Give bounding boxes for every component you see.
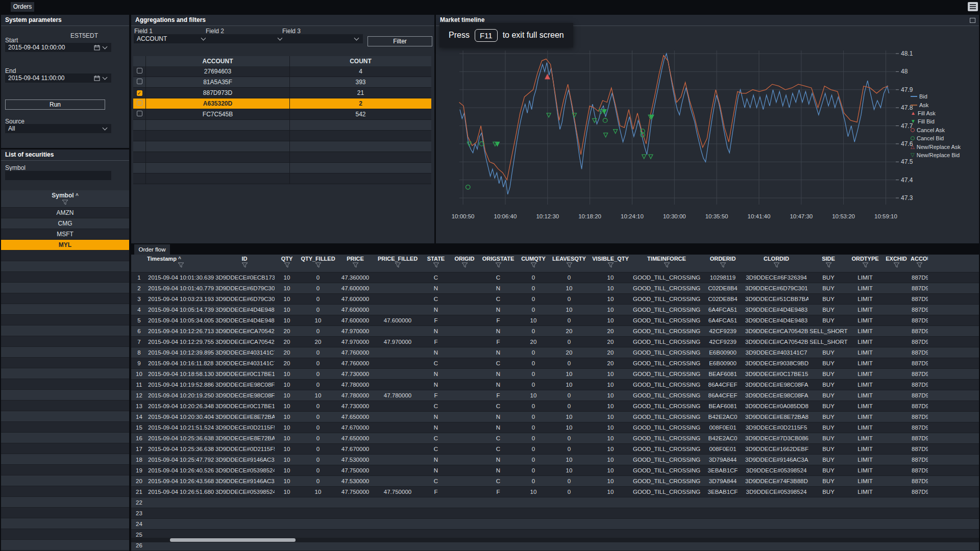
order-row[interactable]: 132015-09-04 10:20:26.3483D9DDECE#0C17BE… (131, 401, 979, 412)
filter-funnel-icon[interactable] (433, 262, 439, 268)
column-header[interactable]: TIMEINFORCE (632, 255, 701, 272)
order-row[interactable]: 42015-09-04 10:05:14.7393D9DDECE#4D4E948… (131, 305, 979, 315)
count-column-header[interactable]: COUNT (290, 56, 431, 66)
security-row[interactable]: AMZN (1, 208, 129, 218)
chevron-down-icon[interactable] (103, 44, 108, 49)
filter-funnel-icon[interactable] (461, 262, 468, 268)
row-checkbox[interactable] (137, 79, 142, 84)
legend-item[interactable]: Ask (911, 101, 961, 109)
order-row[interactable]: 62015-09-04 10:12:26.7133D9DDECE#CA70542… (131, 326, 979, 337)
aggregation-row[interactable]: A635320D2 (133, 98, 431, 109)
aggregation-row[interactable]: 276946034 (133, 66, 431, 77)
column-header[interactable]: Timestamp ^ (147, 255, 214, 272)
column-header[interactable]: CUMQTY (518, 255, 549, 272)
row-checkbox[interactable] (137, 111, 142, 116)
row-checkbox[interactable] (137, 100, 142, 106)
filter-funnel-icon[interactable] (862, 262, 869, 268)
security-row[interactable]: CMG (1, 218, 129, 229)
column-header[interactable]: ORDTYPE (848, 255, 882, 272)
legend-item[interactable]: Bid (911, 92, 961, 101)
legend-item[interactable]: ▽New/Replace Bid (911, 151, 961, 159)
field2-select[interactable] (206, 34, 286, 43)
column-header[interactable]: ACCOUNT (911, 255, 928, 272)
column-header[interactable]: QTY_FILLED (299, 255, 337, 272)
calendar-icon[interactable] (94, 75, 100, 81)
chevron-down-icon[interactable] (103, 75, 108, 80)
filter-button[interactable]: Filter (368, 36, 432, 46)
h-scrollbar-thumb[interactable] (170, 538, 296, 542)
order-row[interactable]: 22015-09-04 10:01:40.7793D9DDECE#6D79C30… (131, 283, 979, 294)
order-row[interactable]: 182015-09-04 10:25:47.7923D9DDECE#9146AC… (131, 455, 979, 465)
order-row[interactable]: 122015-09-04 10:20:19.2503D9DDECE#E98C08… (131, 390, 979, 401)
tab-orders[interactable]: Orders (11, 2, 34, 12)
column-header[interactable]: QTY (275, 255, 299, 272)
column-header[interactable]: ORIGSTATE (479, 255, 518, 272)
column-header[interactable]: LEAVESQTY (549, 255, 589, 272)
filter-funnel-icon[interactable] (315, 262, 322, 268)
filter-funnel-icon[interactable] (62, 199, 68, 205)
aggregation-row[interactable]: FC7C545B542 (133, 109, 431, 120)
column-header[interactable]: PRICE (337, 255, 374, 272)
aggregation-row[interactable]: 81A5A35F393 (133, 77, 431, 88)
account-column-header[interactable]: ACCOUNT (146, 56, 290, 66)
column-header[interactable]: STATE (422, 255, 450, 272)
calendar-icon[interactable] (94, 44, 100, 51)
order-row[interactable]: 172015-09-04 10:25:36.6383D9DDECE#0D2115… (131, 444, 979, 455)
legend-item[interactable]: Cancel Ask (911, 126, 961, 134)
filter-funnel-icon[interactable] (530, 262, 537, 268)
restore-panel-icon[interactable] (970, 18, 975, 23)
filter-funnel-icon[interactable] (284, 262, 290, 268)
order-row[interactable]: 202015-09-04 10:26:43.5683D9DDECE#9146AC… (131, 476, 979, 487)
security-row[interactable]: MYL (1, 240, 129, 251)
order-row[interactable]: 212015-09-04 10:26:51.6803D9DDECE#053985… (131, 487, 979, 497)
aggregation-row[interactable]: ✓887D973D21 (133, 88, 431, 98)
legend-item[interactable]: ▲Fill Ask (911, 109, 961, 117)
column-header[interactable]: CLORDID (744, 255, 808, 272)
row-checkbox[interactable]: ✓ (137, 90, 142, 96)
column-header[interactable]: ORDERID (701, 255, 744, 272)
filter-funnel-icon[interactable] (773, 262, 780, 268)
column-header[interactable]: ORIGID (450, 255, 479, 272)
order-row[interactable]: 82015-09-04 10:12:39.8953D9DDECE#403141C… (131, 347, 979, 358)
order-row[interactable]: 52015-09-04 10:05:34.0053D9DDECE#4D4E948… (131, 315, 979, 326)
filter-funnel-icon[interactable] (607, 262, 614, 268)
legend-item[interactable]: Cancel Bid (911, 134, 961, 142)
h-scrollbar-track[interactable] (131, 538, 979, 542)
legend-item[interactable]: ▼Fill Bid (911, 117, 961, 126)
field1-select[interactable]: ACCOUNT (134, 34, 210, 43)
field3-select[interactable] (282, 34, 363, 43)
order-row[interactable]: 162015-09-04 10:25:36.6383D9DDECE#E8E72B… (131, 433, 979, 444)
order-row[interactable]: 192015-09-04 10:26:40.5263D9DDECE#053985… (131, 465, 979, 476)
order-row[interactable]: 102015-09-04 10:18:58.1303D9DDECE#0C17BE… (131, 369, 979, 380)
symbol-input[interactable] (5, 171, 111, 180)
order-row[interactable]: 142015-09-04 10:20:30.4043D9DDECE#E8E72B… (131, 412, 979, 422)
order-row[interactable]: 152015-09-04 10:21:51.5243D9DDECE#0D2115… (131, 422, 979, 433)
filter-funnel-icon[interactable] (178, 262, 184, 268)
row-checkbox[interactable] (137, 68, 142, 73)
filter-funnel-icon[interactable] (720, 262, 726, 268)
order-row[interactable]: 92015-09-04 10:16:11.8283D9DDECE#403141C… (131, 358, 979, 369)
securities-header[interactable]: Symbol ^ (1, 190, 129, 208)
order-row[interactable]: 32015-09-04 10:03:23.1933D9DDECE#6D79C30… (131, 294, 979, 305)
filter-funnel-icon[interactable] (352, 262, 359, 268)
filter-funnel-icon[interactable] (241, 262, 248, 268)
column-header[interactable]: EXCHID (882, 255, 911, 272)
filter-funnel-icon[interactable] (395, 262, 401, 268)
menu-icon[interactable] (968, 2, 978, 11)
filter-funnel-icon[interactable] (916, 262, 923, 268)
filter-funnel-icon[interactable] (825, 262, 832, 268)
order-row[interactable]: 12015-09-04 10:01:30.6393D9DDECE#0ECB173… (131, 272, 979, 283)
column-header[interactable]: ID (214, 255, 275, 272)
column-header[interactable]: VISIBLE_QTY (589, 255, 632, 272)
tab-order-flow[interactable]: Order flow (134, 244, 170, 255)
run-button[interactable]: Run (5, 99, 105, 110)
filter-funnel-icon[interactable] (495, 262, 502, 268)
filter-funnel-icon[interactable] (664, 262, 670, 268)
filter-funnel-icon[interactable] (566, 262, 573, 268)
column-header[interactable]: PRICE_FILLED (374, 255, 422, 272)
security-row[interactable]: MSFT (1, 229, 129, 240)
source-select[interactable]: All (5, 124, 111, 133)
column-header[interactable]: SIDE (808, 255, 848, 272)
filter-funnel-icon[interactable] (893, 262, 900, 268)
legend-item[interactable]: △New/Replace Ask (911, 142, 961, 151)
